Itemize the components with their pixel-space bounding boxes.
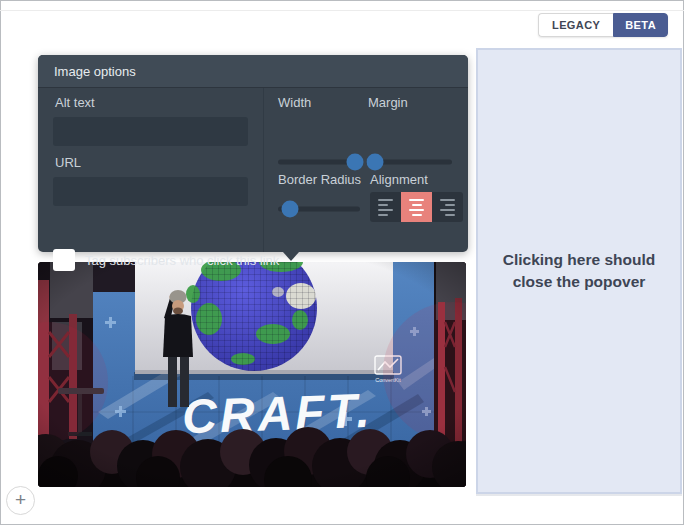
side-panel-message-line1: Clicking here should: [503, 249, 655, 271]
align-right-button[interactable]: [432, 192, 463, 222]
url-input[interactable]: [53, 177, 248, 206]
width-slider[interactable]: [278, 153, 360, 170]
popover-title: Image options: [38, 55, 468, 88]
email-editor-canvas: LEGACY BETA Clicking here should close t…: [0, 0, 684, 525]
add-block-button[interactable]: +: [6, 486, 35, 515]
url-label: URL: [55, 155, 81, 170]
tag-subscribers-checkbox[interactable]: [53, 249, 75, 271]
column-divider: [263, 88, 264, 252]
margin-label: Margin: [368, 95, 408, 110]
tag-subscribers-label: Tag subscribers who click this link: [85, 253, 279, 268]
align-left-button[interactable]: [370, 192, 401, 222]
width-label: Width: [278, 95, 311, 110]
beta-mode-button[interactable]: BETA: [613, 13, 668, 37]
align-right-icon: [440, 197, 455, 217]
alignment-button-group: [370, 192, 463, 222]
alignment-label: Alignment: [370, 172, 428, 187]
popover-body: Alt text URL Tag subscribers who click t…: [38, 88, 468, 252]
image-options-popover: Image options Alt text URL Tag subscribe…: [38, 55, 468, 252]
align-center-icon: [409, 197, 424, 217]
border-radius-slider-handle[interactable]: [282, 200, 299, 217]
border-radius-label: Border Radius: [278, 172, 361, 187]
alt-text-input[interactable]: [53, 117, 248, 146]
conference-photo: ConvertKit CRAFT. COMMERCE: [38, 262, 466, 487]
close-popover-click-area[interactable]: Clicking here should close the popover: [476, 48, 682, 494]
popover-arrow: [283, 252, 299, 261]
margin-slider-handle[interactable]: [366, 153, 383, 170]
align-left-icon: [378, 197, 393, 217]
side-panel-message: Clicking here should close the popover: [503, 249, 655, 294]
border-radius-slider[interactable]: [278, 200, 360, 217]
email-image-block[interactable]: ConvertKit CRAFT. COMMERCE: [38, 262, 466, 487]
editor-mode-switcher: LEGACY BETA: [538, 13, 668, 37]
legacy-mode-button[interactable]: LEGACY: [538, 13, 613, 37]
alt-text-label: Alt text: [55, 95, 95, 110]
width-slider-handle[interactable]: [347, 153, 364, 170]
side-panel-message-line2: close the popover: [503, 271, 655, 293]
top-divider: [0, 10, 684, 11]
align-center-button[interactable]: [401, 192, 432, 222]
margin-slider[interactable]: [366, 153, 452, 170]
photo-vignette: [38, 262, 466, 487]
